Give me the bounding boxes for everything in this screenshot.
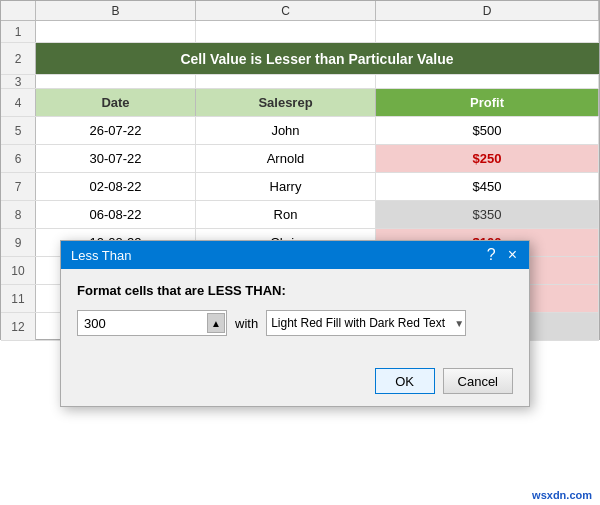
cell-5-c: John xyxy=(196,117,376,144)
cell-7-d: $450 xyxy=(376,173,599,200)
table-row: 7 02-08-22 Harry $450 xyxy=(1,173,599,201)
row-num-8: 8 xyxy=(1,201,36,228)
table-row: 1 xyxy=(1,21,599,43)
dialog-input-row: ▲ with Light Red Fill with Dark Red Text… xyxy=(77,310,513,336)
cell-7-b: 02-08-22 xyxy=(36,173,196,200)
cell-6-b: 30-07-22 xyxy=(36,145,196,172)
title-text: Cell Value is Lesser than Particular Val… xyxy=(180,51,453,67)
header-profit: Profit xyxy=(376,89,599,116)
input-collapse-button[interactable]: ▲ xyxy=(207,313,225,333)
table-row: 2 Cell Value is Lesser than Particular V… xyxy=(1,43,599,75)
cell-1-c xyxy=(196,21,376,42)
cell-6-c: Arnold xyxy=(196,145,376,172)
row-num-7: 7 xyxy=(1,173,36,200)
cell-8-d: $350 xyxy=(376,201,599,228)
col-header-a xyxy=(1,1,36,20)
header-date-text: Date xyxy=(101,95,129,110)
dialog-footer: OK Cancel xyxy=(61,362,529,406)
row-num-9: 9 xyxy=(1,229,36,256)
cell-8-c: Ron xyxy=(196,201,376,228)
cell-3-c xyxy=(196,75,376,88)
title-cell: Cell Value is Lesser than Particular Val… xyxy=(36,43,599,74)
cell-3-b xyxy=(36,75,196,88)
dialog-titlebar: Less Than ? × xyxy=(61,241,529,269)
row-num-6: 6 xyxy=(1,145,36,172)
table-row: 8 06-08-22 Ron $350 xyxy=(1,201,599,229)
header-salesrep-text: Salesrep xyxy=(258,95,312,110)
cell-5-b: 26-07-22 xyxy=(36,117,196,144)
row-num-3: 3 xyxy=(1,75,36,88)
col-header-d: D xyxy=(376,1,599,20)
row-num-12: 12 xyxy=(1,313,36,340)
table-row: 5 26-07-22 John $500 xyxy=(1,117,599,145)
dialog-help-button[interactable]: ? xyxy=(485,247,498,263)
table-row: 3 xyxy=(1,75,599,89)
cell-6-d: $250 xyxy=(376,145,599,172)
row-num-5: 5 xyxy=(1,117,36,144)
cell-8-b: 06-08-22 xyxy=(36,201,196,228)
cell-1-d xyxy=(376,21,599,42)
row-num-10: 10 xyxy=(1,257,36,284)
row-num-4: 4 xyxy=(1,89,36,116)
table-row: 4 Date Salesrep Profit xyxy=(1,89,599,117)
col-header-c: C xyxy=(196,1,376,20)
row-num-1: 1 xyxy=(1,21,36,42)
row-num-11: 11 xyxy=(1,285,36,312)
with-label: with xyxy=(235,316,258,331)
cancel-button[interactable]: Cancel xyxy=(443,368,513,394)
dialog-close-button[interactable]: × xyxy=(506,247,519,263)
cell-7-c: Harry xyxy=(196,173,376,200)
cell-5-d: $500 xyxy=(376,117,599,144)
table-row: 6 30-07-22 Arnold $250 xyxy=(1,145,599,173)
header-salesrep: Salesrep xyxy=(196,89,376,116)
cell-3-d xyxy=(376,75,599,88)
header-profit-text: Profit xyxy=(470,95,504,110)
dialog-title: Less Than xyxy=(71,248,131,263)
ok-button[interactable]: OK xyxy=(375,368,435,394)
header-date: Date xyxy=(36,89,196,116)
dialog-body: Format cells that are LESS THAN: ▲ with … xyxy=(61,269,529,362)
format-select[interactable]: Light Red Fill with Dark Red Text Yellow… xyxy=(266,310,466,336)
dialog-input-wrap: ▲ xyxy=(77,310,227,336)
dialog-instruction-label: Format cells that are LESS THAN: xyxy=(77,283,513,298)
dialog-titlebar-controls: ? × xyxy=(485,247,519,263)
col-header-row: B C D xyxy=(1,1,599,21)
col-header-b: B xyxy=(36,1,196,20)
cell-1-b xyxy=(36,21,196,42)
format-select-wrap: Light Red Fill with Dark Red Text Yellow… xyxy=(266,310,466,336)
row-num-2: 2 xyxy=(1,43,36,74)
less-than-input[interactable] xyxy=(77,310,227,336)
watermark: wsxdn.com xyxy=(532,489,592,501)
less-than-dialog: Less Than ? × Format cells that are LESS… xyxy=(60,240,530,407)
